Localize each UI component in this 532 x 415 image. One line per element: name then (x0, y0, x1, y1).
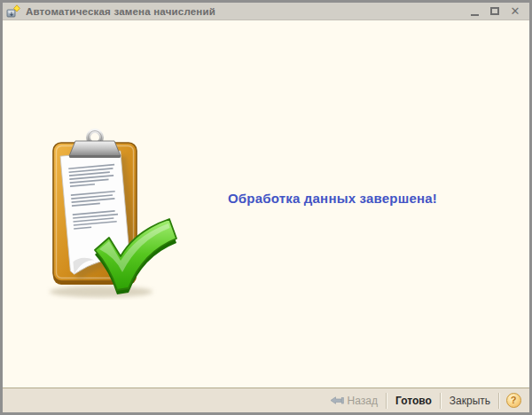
clipboard-checkmark-illustration (46, 127, 179, 300)
help-button[interactable]: ? (503, 391, 524, 411)
minimize-button[interactable] (469, 6, 480, 17)
wizard-content-area: Обработка данных завершена! (3, 20, 529, 388)
done-button-label: Готово (395, 395, 432, 407)
close-button-label: Закрыть (450, 395, 490, 407)
dialog-window: Автоматическая замена начислений ✕ (0, 0, 532, 415)
back-button[interactable]: Назад (323, 391, 385, 411)
maximize-icon (490, 7, 499, 15)
help-icon: ? (506, 393, 521, 408)
titlebar: Автоматическая замена начислений ✕ (3, 3, 529, 20)
footer-separator (440, 393, 442, 409)
window-controls: ✕ (469, 6, 520, 17)
processing-app-icon (6, 4, 20, 18)
button-bar: Назад Готово Закрыть ? (3, 388, 529, 412)
footer-separator (498, 393, 500, 409)
minimize-icon (471, 14, 479, 16)
close-icon: ✕ (511, 6, 520, 17)
done-button[interactable]: Готово (388, 391, 439, 411)
close-dialog-button[interactable]: Закрыть (442, 391, 497, 411)
footer-separator (386, 393, 387, 409)
close-button[interactable]: ✕ (510, 6, 520, 17)
back-arrow-icon (330, 395, 344, 405)
back-button-label: Назад (348, 395, 378, 407)
completion-message: Обработка данных завершена! (228, 191, 437, 206)
maximize-button[interactable] (489, 6, 500, 17)
window-title: Автоматическая замена начислений (26, 6, 469, 17)
